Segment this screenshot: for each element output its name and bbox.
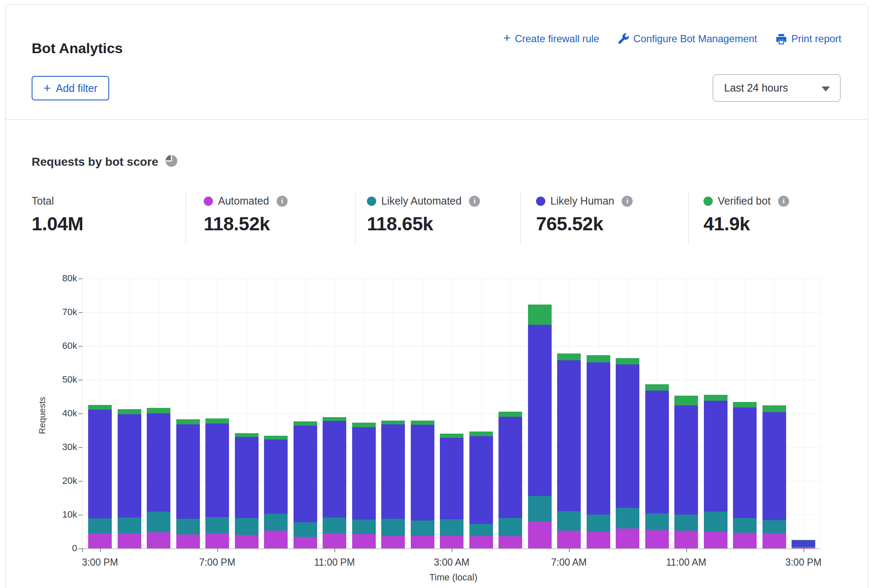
- bar-segment-likely-automated[interactable]: [205, 517, 229, 533]
- bar-segment-verified-bot[interactable]: [411, 421, 434, 425]
- bar-segment-automated[interactable]: [528, 521, 552, 548]
- bar-segment-likely-human[interactable]: [294, 426, 317, 523]
- bar-segment-verified-bot[interactable]: [264, 436, 288, 440]
- bar-segment-automated[interactable]: [616, 529, 639, 548]
- bar-segment-likely-automated[interactable]: [381, 519, 405, 536]
- action-print-report[interactable]: Print report: [776, 33, 841, 45]
- bar-segment-likely-automated[interactable]: [469, 524, 493, 536]
- bar-segment-verified-bot[interactable]: [294, 421, 317, 426]
- bar-segment-likely-human[interactable]: [235, 437, 259, 518]
- bar-segment-verified-bot[interactable]: [792, 540, 815, 540]
- bar-segment-likely-automated[interactable]: [645, 513, 669, 530]
- bar-segment-likely-automated[interactable]: [264, 514, 288, 531]
- bar-segment-automated[interactable]: [733, 533, 757, 548]
- bar-segment-automated[interactable]: [264, 531, 288, 548]
- bar-segment-automated[interactable]: [763, 533, 786, 548]
- bar-segment-likely-human[interactable]: [674, 405, 698, 515]
- bar-segment-automated[interactable]: [469, 536, 493, 548]
- bar-segment-automated[interactable]: [645, 530, 669, 548]
- bar-segment-automated[interactable]: [88, 533, 112, 548]
- bar-segment-verified-bot[interactable]: [147, 408, 170, 413]
- bar-segment-automated[interactable]: [323, 533, 346, 548]
- bar-segment-automated[interactable]: [147, 532, 170, 548]
- bar-segment-likely-human[interactable]: [381, 424, 405, 519]
- info-icon[interactable]: i: [778, 196, 789, 207]
- action-create-firewall-rule[interactable]: +Create firewall rule: [503, 33, 599, 45]
- bar-segment-likely-human[interactable]: [704, 401, 728, 512]
- bar-segment-likely-automated[interactable]: [763, 520, 786, 533]
- time-range-dropdown[interactable]: Last 24 hours: [713, 74, 841, 102]
- bar-segment-verified-bot[interactable]: [118, 409, 141, 414]
- action-configure-bot-management[interactable]: Configure Bot Management: [618, 33, 757, 45]
- bar-segment-likely-automated[interactable]: [616, 508, 639, 529]
- bar-segment-automated[interactable]: [587, 532, 610, 548]
- bar-segment-likely-human[interactable]: [118, 414, 141, 518]
- bar-segment-likely-automated[interactable]: [587, 515, 610, 532]
- bar-segment-likely-human[interactable]: [264, 440, 288, 514]
- bar-segment-automated[interactable]: [411, 536, 434, 548]
- bar-segment-likely-automated[interactable]: [176, 519, 200, 534]
- bar-segment-verified-bot[interactable]: [674, 396, 698, 405]
- bar-segment-automated[interactable]: [352, 534, 376, 548]
- bar-segment-verified-bot[interactable]: [587, 355, 610, 362]
- bar-segment-likely-human[interactable]: [557, 360, 581, 511]
- bar-segment-likely-human[interactable]: [733, 407, 757, 518]
- bar-segment-automated[interactable]: [176, 534, 200, 548]
- bar-segment-likely-automated[interactable]: [528, 496, 552, 521]
- add-filter-button[interactable]: + Add filter: [32, 76, 109, 100]
- bar-segment-likely-automated[interactable]: [352, 520, 376, 534]
- bar-segment-likely-human[interactable]: [205, 423, 229, 517]
- bar-segment-likely-human[interactable]: [440, 438, 463, 520]
- bar-segment-verified-bot[interactable]: [704, 395, 728, 401]
- bar-segment-verified-bot[interactable]: [528, 305, 552, 325]
- info-icon[interactable]: i: [277, 196, 288, 207]
- bar-segment-likely-automated[interactable]: [674, 515, 698, 531]
- bar-segment-automated[interactable]: [792, 548, 815, 548]
- bar-segment-verified-bot[interactable]: [763, 405, 786, 412]
- bar-segment-likely-automated[interactable]: [440, 519, 463, 535]
- bar-segment-likely-human[interactable]: [616, 364, 639, 508]
- bar-segment-automated[interactable]: [674, 531, 698, 548]
- bar-segment-automated[interactable]: [118, 533, 141, 548]
- bar-segment-likely-human[interactable]: [763, 412, 786, 520]
- bar-segment-likely-human[interactable]: [411, 425, 434, 520]
- bar-segment-likely-automated[interactable]: [235, 518, 259, 535]
- bar-segment-likely-automated[interactable]: [792, 547, 815, 548]
- bar-segment-likely-human[interactable]: [323, 421, 346, 518]
- bar-segment-verified-bot[interactable]: [352, 423, 376, 427]
- bar-segment-verified-bot[interactable]: [235, 433, 259, 437]
- bar-segment-verified-bot[interactable]: [440, 434, 463, 438]
- bar-segment-automated[interactable]: [498, 536, 522, 548]
- bar-segment-verified-bot[interactable]: [469, 432, 493, 436]
- bar-segment-likely-automated[interactable]: [704, 512, 728, 532]
- bar-segment-automated[interactable]: [205, 533, 229, 548]
- info-icon[interactable]: i: [469, 196, 480, 207]
- bar-segment-likely-human[interactable]: [587, 362, 610, 515]
- bar-segment-automated[interactable]: [235, 535, 259, 548]
- bar-segment-verified-bot[interactable]: [616, 358, 639, 364]
- bar-segment-likely-human[interactable]: [176, 424, 200, 519]
- bar-segment-likely-automated[interactable]: [323, 518, 346, 533]
- bar-segment-verified-bot[interactable]: [176, 419, 200, 424]
- bar-segment-automated[interactable]: [381, 536, 405, 548]
- bar-segment-automated[interactable]: [557, 531, 581, 548]
- bar-segment-likely-human[interactable]: [498, 417, 522, 518]
- bar-segment-likely-automated[interactable]: [294, 522, 317, 537]
- bar-segment-automated[interactable]: [294, 537, 317, 548]
- bar-segment-verified-bot[interactable]: [498, 412, 522, 417]
- bar-segment-verified-bot[interactable]: [88, 405, 112, 410]
- bar-segment-likely-automated[interactable]: [411, 521, 434, 536]
- bar-segment-likely-human[interactable]: [792, 540, 815, 547]
- bar-segment-automated[interactable]: [704, 532, 728, 548]
- bar-segment-verified-bot[interactable]: [733, 402, 757, 408]
- bar-segment-likely-human[interactable]: [88, 410, 112, 518]
- bar-segment-verified-bot[interactable]: [645, 384, 669, 391]
- bar-segment-likely-human[interactable]: [469, 436, 493, 524]
- bar-segment-likely-automated[interactable]: [118, 518, 141, 533]
- bar-segment-likely-human[interactable]: [352, 427, 376, 520]
- bar-segment-likely-automated[interactable]: [147, 512, 170, 532]
- bar-segment-likely-human[interactable]: [645, 391, 669, 513]
- bar-segment-verified-bot[interactable]: [557, 353, 581, 360]
- info-icon[interactable]: i: [622, 196, 633, 207]
- bar-segment-verified-bot[interactable]: [205, 418, 229, 423]
